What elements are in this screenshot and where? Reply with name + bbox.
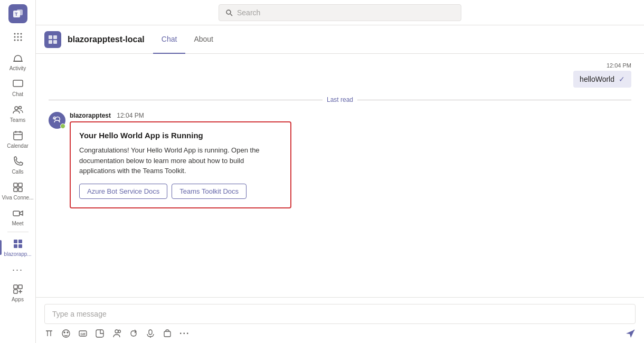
more-apps-button[interactable]: ··· <box>0 260 35 280</box>
bot-online-badge <box>60 123 65 129</box>
message-input-area: Type a message <box>36 297 644 343</box>
sent-message-bubble: helloWorld ✓ <box>573 71 631 88</box>
svg-rect-1 <box>17 9 23 15</box>
bot-message-time: 12:04 PM <box>117 112 144 119</box>
svg-point-15 <box>18 107 21 109</box>
svg-point-7 <box>17 36 18 38</box>
sidebar-item-activity-label: Activity <box>10 65 26 71</box>
tab-chat[interactable]: Chat <box>153 25 186 54</box>
sidebar-item-calendar-label: Calendar <box>7 143 29 149</box>
svg-rect-25 <box>14 240 17 243</box>
last-read-line-right <box>357 100 631 100</box>
calendar-icon <box>12 129 24 142</box>
send-button[interactable] <box>625 328 636 339</box>
bot-name: blazorapptest <box>70 112 111 119</box>
card-title: Your Hello World App is Running <box>79 131 282 140</box>
svg-rect-41 <box>53 118 54 119</box>
message-input-box[interactable]: Type a message <box>44 304 636 324</box>
search-input[interactable]: Search <box>219 4 461 21</box>
send-icon <box>625 328 636 339</box>
svg-rect-38 <box>49 40 52 44</box>
svg-point-11 <box>20 40 22 41</box>
bot-message-content: blazorapptest 12:04 PM Your Hello World … <box>70 112 291 208</box>
toolbar-actions: GIF <box>44 329 190 338</box>
chat-area: 12:04 PM helloWorld ✓ Last read <box>36 54 644 297</box>
app-logo-icon <box>48 34 58 45</box>
card-body: Congratulations! Your Hello World App is… <box>79 145 282 176</box>
svg-rect-28 <box>18 244 22 248</box>
card-buttons: Azure Bot Service Docs Teams Toolkit Doc… <box>79 184 282 199</box>
bot-avatar-icon <box>52 116 62 125</box>
message-toolbar: GIF <box>44 328 636 339</box>
topbar: Search <box>36 0 644 25</box>
svg-rect-37 <box>53 35 57 39</box>
meet-now-icon[interactable] <box>112 329 121 338</box>
main-content: Search blazorapptest-local Chat About 12 <box>36 0 644 343</box>
search-icon <box>225 9 233 16</box>
app-tabs: Chat About <box>153 25 222 54</box>
svg-rect-39 <box>53 40 57 44</box>
teams-logo[interactable]: T <box>8 4 27 23</box>
sent-message-time: 12:04 PM <box>607 62 631 69</box>
svg-rect-21 <box>18 183 22 187</box>
last-read-label: Last read <box>327 96 353 103</box>
emoji-icon[interactable] <box>61 329 71 338</box>
svg-rect-22 <box>14 188 17 192</box>
sidebar-divider <box>7 232 29 232</box>
sidebar-item-viva[interactable]: Viva Conne... <box>0 178 35 204</box>
svg-rect-20 <box>14 183 17 187</box>
sidebar-item-teams[interactable]: Teams <box>0 100 35 126</box>
svg-rect-12 <box>13 61 23 62</box>
svg-rect-30 <box>18 285 22 289</box>
bot-message-meta: blazorapptest 12:04 PM <box>70 112 291 119</box>
loop-icon[interactable] <box>129 329 138 338</box>
svg-rect-23 <box>18 188 22 192</box>
svg-point-14 <box>15 107 18 110</box>
sidebar-item-apps-label: Apps <box>12 297 24 302</box>
app-header: blazorapptest-local Chat About <box>36 25 644 54</box>
calls-icon <box>12 155 24 168</box>
sidebar-item-chat-label: Chat <box>12 91 23 97</box>
sidebar-item-blazorapp-label: blazorapp... <box>4 251 31 257</box>
teams-icon <box>12 103 24 116</box>
svg-rect-31 <box>14 290 17 293</box>
bot-card: Your Hello World App is Running Congratu… <box>70 121 291 208</box>
sidebar-nav: Activity Chat Teams <box>0 27 35 306</box>
format-icon[interactable] <box>44 329 54 338</box>
tab-about[interactable]: About <box>185 25 222 54</box>
blazorapp-icon <box>12 237 24 250</box>
viva-icon <box>12 181 24 194</box>
sidebar-item-meet[interactable]: Meet <box>0 204 35 230</box>
svg-rect-26 <box>18 240 22 243</box>
svg-rect-13 <box>13 80 23 87</box>
app-name: blazorapptest-local <box>68 35 145 44</box>
sidebar: T Activity <box>0 0 36 343</box>
sidebar-item-calendar[interactable]: Calendar <box>0 126 35 152</box>
svg-rect-50 <box>149 330 152 335</box>
svg-text:T: T <box>15 12 18 17</box>
attach-icon[interactable] <box>163 329 172 338</box>
bot-message: blazorapptest 12:04 PM Your Hello World … <box>49 112 631 208</box>
more-options-icon[interactable]: ··· <box>179 329 190 338</box>
teams-toolkit-docs-button[interactable]: Teams Toolkit Docs <box>172 184 247 199</box>
app-icon <box>44 31 61 48</box>
activity-icon <box>12 52 24 64</box>
grid-icon[interactable] <box>8 27 27 46</box>
svg-point-43 <box>64 332 65 333</box>
sticker-icon[interactable] <box>95 329 105 338</box>
sent-check-icon: ✓ <box>619 75 625 83</box>
svg-rect-36 <box>49 35 52 39</box>
azure-bot-docs-button[interactable]: Azure Bot Service Docs <box>79 184 167 199</box>
svg-rect-29 <box>14 285 17 289</box>
sidebar-item-chat[interactable]: Chat <box>0 74 35 100</box>
gif-icon[interactable]: GIF <box>78 329 88 338</box>
sidebar-item-calls-label: Calls <box>12 169 23 175</box>
search-placeholder: Search <box>237 8 260 17</box>
sidebar-item-blazorapp[interactable]: blazorapp... <box>0 234 35 260</box>
sidebar-item-activity[interactable]: Activity <box>0 49 35 74</box>
sidebar-item-calls[interactable]: Calls <box>0 152 35 178</box>
svg-line-35 <box>231 14 233 16</box>
mic-icon[interactable] <box>146 329 155 338</box>
sidebar-item-apps[interactable]: Apps <box>0 280 35 306</box>
apps-add-icon <box>12 283 24 296</box>
